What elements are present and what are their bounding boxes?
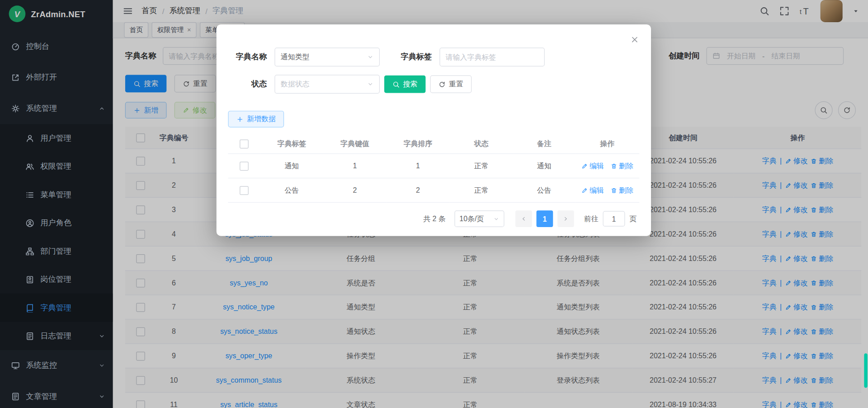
edit-icon: [581, 187, 588, 194]
dict-data-table: 字典标签字典键值字典排序状态备注操作通知11正常通知编辑删除公告22正常公告编辑…: [228, 134, 639, 203]
modal-status-placeholder: 数据状态: [281, 79, 310, 89]
page-unit-label: 页: [629, 214, 637, 224]
cell-status: 正常: [449, 178, 513, 203]
modal-column-header: 操作: [575, 134, 639, 153]
modal-select-all-cell: [228, 134, 260, 153]
modal-row-checkbox[interactable]: [240, 161, 249, 171]
modal-dict-label-field: [439, 47, 545, 66]
modal-dict-label-input[interactable]: [446, 53, 539, 61]
close-icon[interactable]: [631, 35, 639, 43]
modal-search-button[interactable]: 搜索: [384, 76, 426, 93]
modal-column-header: 备注: [513, 134, 575, 153]
trash-icon: [611, 187, 618, 194]
chevron-right-icon: [562, 215, 569, 222]
modal-table-row: 公告22正常公告编辑删除: [228, 178, 639, 203]
edit-icon: [581, 162, 588, 169]
add-data-button[interactable]: 新增数据: [228, 111, 284, 128]
goto-page: 前往 页: [584, 211, 637, 227]
cell-dict-label: 通知: [260, 154, 324, 178]
cell-dict-value: 1: [323, 154, 387, 178]
cell-remark: 公告: [513, 178, 575, 203]
scrollbar-track[interactable]: [863, 0, 868, 408]
cell-dict-sort: 1: [387, 154, 450, 178]
modal-column-header: 字典键值: [323, 134, 387, 153]
modal-column-header: 字典标签: [260, 134, 324, 153]
modal-status-label: 状态: [228, 79, 267, 89]
modal-table-row: 通知11正常通知编辑删除: [228, 154, 639, 178]
modal-delete-link[interactable]: 删除: [611, 185, 633, 195]
dict-data-dialog: 字典名称 通知类型 字典标签 状态 数据状态 搜索 重置 新增: [217, 24, 651, 236]
chevron-down-icon: [367, 54, 374, 61]
cell-dict-label: 公告: [260, 178, 324, 203]
modal-reset-button[interactable]: 重置: [430, 76, 472, 93]
modal-column-header: 状态: [449, 134, 513, 153]
modal-status-select[interactable]: 数据状态: [274, 75, 380, 94]
pagination: 共 2 条 10条/页 1 前往 页: [228, 210, 640, 227]
total-count: 共 2 条: [423, 214, 446, 224]
scrollbar-thumb[interactable]: [864, 353, 867, 388]
chevron-down-icon: [493, 216, 499, 222]
trash-icon: [611, 162, 618, 169]
modal-select-all-checkbox[interactable]: [240, 139, 249, 148]
modal-form-row-1: 字典名称 通知类型 字典标签: [228, 47, 640, 66]
cell-status: 正常: [449, 154, 513, 178]
modal-reset-label: 重置: [449, 79, 463, 89]
modal-edit-link[interactable]: 编辑: [581, 185, 604, 195]
page-size-select[interactable]: 10条/页: [454, 210, 504, 227]
chevron-down-icon: [367, 81, 374, 88]
modal-column-header: 字典排序: [387, 134, 450, 153]
modal-delete-link[interactable]: 删除: [611, 161, 633, 171]
plus-icon: [236, 115, 244, 123]
modal-dict-name-select[interactable]: 通知类型: [274, 47, 380, 66]
app-root: V ZrAdmin.NET 控制台外部打开系统管理用户管理权限管理菜单管理用户角…: [0, 0, 868, 408]
refresh-icon: [439, 81, 446, 88]
goto-page-input[interactable]: [603, 211, 625, 227]
cell-actions: 编辑删除: [575, 178, 639, 203]
cell-dict-value: 2: [323, 178, 387, 203]
modal-form-row-2: 状态 数据状态 搜索 重置: [228, 75, 640, 94]
modal-dict-label-label: 字典标签: [393, 52, 432, 62]
modal-table-header-row: 字典标签字典键值字典排序状态备注操作: [228, 134, 639, 153]
search-icon: [392, 81, 400, 88]
modal-dict-name-label: 字典名称: [228, 52, 267, 62]
modal-row-checkbox[interactable]: [240, 186, 249, 195]
chevron-left-icon: [520, 215, 527, 222]
add-data-label: 新增数据: [247, 114, 276, 124]
cell-dict-sort: 2: [387, 178, 450, 203]
goto-label: 前往: [584, 214, 599, 224]
close-icon: [631, 35, 639, 43]
modal-row-select-cell: [228, 178, 260, 203]
page-1-button[interactable]: 1: [537, 210, 553, 227]
modal-dict-name-value: 通知类型: [281, 52, 310, 62]
modal-search-label: 搜索: [403, 79, 417, 89]
cell-remark: 通知: [513, 154, 575, 178]
next-page-button[interactable]: [557, 210, 574, 227]
modal-row-select-cell: [228, 154, 260, 178]
cell-actions: 编辑删除: [575, 154, 639, 178]
prev-page-button[interactable]: [515, 210, 532, 227]
page-size-value: 10条/页: [459, 214, 484, 224]
modal-edit-link[interactable]: 编辑: [581, 161, 604, 171]
